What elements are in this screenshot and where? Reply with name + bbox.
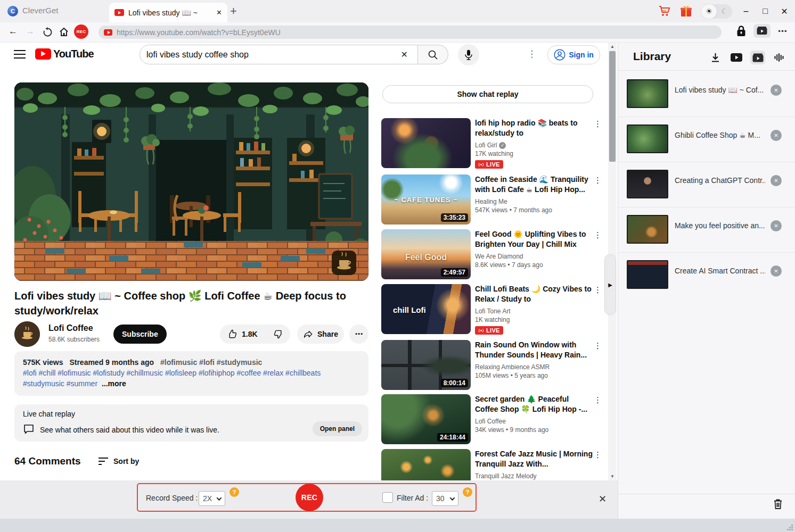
recordings-tab-button[interactable]: [750, 51, 765, 64]
inline-hashtags[interactable]: #lofimusic #lofi #studymusic: [160, 358, 262, 367]
sort-by-label: Sort by: [113, 457, 139, 466]
record-speed-select[interactable]: 2X: [199, 491, 225, 506]
library-item[interactable]: Creating a ChatGPT Contr... ✕: [618, 162, 795, 207]
theme-toggle[interactable]: ☀ ☾: [701, 4, 732, 19]
close-record-bar-button[interactable]: ✕: [599, 493, 607, 505]
library-thumbnail[interactable]: [627, 260, 668, 289]
open-panel-button[interactable]: Open panel: [313, 421, 362, 436]
rec-status-badge[interactable]: REC: [74, 24, 88, 39]
video-thumbnail[interactable]: 8:00:14: [381, 340, 471, 390]
dark-mode-icon[interactable]: ☾: [717, 4, 732, 19]
video-options-icon[interactable]: ⋮: [594, 119, 602, 129]
video-thumbnail[interactable]: ~ CAFE TUNES ~ 3:35:23: [381, 174, 471, 225]
trash-icon[interactable]: [773, 498, 783, 510]
show-chat-replay-button[interactable]: Show chat replay: [382, 85, 593, 103]
scroll-up-icon[interactable]: ▲: [608, 44, 617, 49]
browser-tab[interactable]: Lofi vibes study 📖 ~ ✕: [109, 3, 227, 22]
scrollbar-thumb[interactable]: [609, 51, 616, 162]
video-thumbnail[interactable]: chill Lofi: [381, 284, 471, 334]
search-input[interactable]: [146, 50, 398, 60]
back-button[interactable]: ←: [9, 26, 18, 37]
library-item[interactable]: Create AI Smart Contract ... ✕: [618, 253, 795, 298]
related-video-item[interactable]: Forest Cafe Jazz Forest Cafe Jazz Music …: [381, 449, 602, 480]
gift-icon[interactable]: [679, 5, 693, 18]
library-thumbnail[interactable]: [627, 215, 668, 244]
hashtag-links[interactable]: #lofi #chill #lofimusic #lofistudy #chil…: [23, 369, 321, 377]
library-item[interactable]: Ghibli Coffee Shop ☕ M... ✕: [618, 117, 795, 162]
new-tab-button[interactable]: +: [230, 5, 237, 18]
speed-help-icon[interactable]: ?: [230, 487, 239, 497]
video-options-icon[interactable]: ⋮: [594, 230, 602, 240]
remove-item-button[interactable]: ✕: [771, 130, 782, 141]
search-clear-icon[interactable]: ✕: [398, 49, 411, 60]
subscribe-button[interactable]: Subscribe: [113, 325, 167, 344]
search-button[interactable]: [418, 45, 448, 64]
like-button[interactable]: 1.8K: [220, 329, 264, 339]
tab-close-icon[interactable]: ✕: [216, 9, 222, 16]
scroll-down-icon[interactable]: ▼: [608, 474, 617, 479]
show-more-link[interactable]: ...more: [102, 379, 126, 388]
channel-avatar[interactable]: [14, 321, 40, 347]
youtube-downloads-tab-button[interactable]: [729, 51, 744, 64]
hashtag-links-2[interactable]: #studymusic #summer: [23, 379, 97, 388]
video-player[interactable]: [14, 82, 368, 281]
filter-ad-checkbox[interactable]: [382, 492, 393, 503]
library-item[interactable]: Lofi vibes study 📖 ~ Cof... ✕: [618, 72, 795, 117]
library-thumbnail[interactable]: [627, 170, 668, 198]
video-description[interactable]: 575K views Streamed 9 months ago #lofimu…: [14, 351, 368, 396]
resize-grip[interactable]: [787, 524, 793, 530]
minimize-button[interactable]: –: [741, 6, 751, 16]
video-options-icon[interactable]: ⋮: [594, 285, 602, 295]
channel-name[interactable]: Lofi Coffee: [48, 323, 93, 333]
video-thumbnail[interactable]: [381, 118, 471, 168]
library-item[interactable]: Make you feel positive an... ✕: [618, 207, 795, 253]
browser-menu-icon[interactable]: ⋯: [778, 26, 788, 37]
panel-expand-handle[interactable]: ▶: [604, 254, 616, 315]
video-thumbnail[interactable]: 24:18:44: [381, 394, 471, 444]
youtube-menu-icon[interactable]: ⋮: [527, 48, 536, 60]
audio-tab-button[interactable]: [772, 51, 786, 64]
remove-item-button[interactable]: ✕: [771, 175, 782, 186]
dislike-button[interactable]: [264, 329, 292, 339]
remove-item-button[interactable]: ✕: [771, 220, 782, 231]
library-item-title: Creating a ChatGPT Contr...: [675, 176, 765, 185]
reload-button[interactable]: [43, 27, 53, 37]
rec-button[interactable]: REC: [296, 484, 323, 511]
library-thumbnail[interactable]: [627, 124, 668, 153]
related-video-item[interactable]: 24:18:44 Secret garden 🌲 Peaceful Coffee…: [381, 394, 602, 444]
video-options-icon[interactable]: ⋮: [594, 176, 602, 185]
related-video-item[interactable]: 8:00:14 Rain Sound On Window with Thunde…: [381, 340, 602, 390]
video-options-icon[interactable]: ⋮: [594, 450, 602, 460]
hamburger-menu-icon[interactable]: [14, 50, 26, 59]
related-video-item[interactable]: chill Lofi Chill Lofi Beats 🌙 Cozy Vibes…: [381, 284, 602, 334]
light-mode-icon[interactable]: ☀: [701, 4, 717, 19]
sort-by-button[interactable]: Sort by: [99, 457, 139, 466]
voice-search-button[interactable]: [458, 44, 479, 65]
library-thumbnail[interactable]: [627, 79, 668, 108]
share-button[interactable]: Share: [297, 325, 344, 344]
close-window-button[interactable]: ✕: [779, 6, 790, 16]
youtube-logo[interactable]: YouTube: [35, 48, 94, 60]
maximize-button[interactable]: □: [760, 6, 771, 16]
recorder-panel-button[interactable]: [753, 24, 771, 38]
filter-ad-select[interactable]: 30: [432, 491, 458, 506]
video-options-icon[interactable]: ⋮: [594, 341, 602, 351]
sign-in-button[interactable]: Sign in: [547, 45, 600, 64]
related-video-item[interactable]: lofi hip hop radio 📚 beats to relax/stud…: [381, 118, 602, 168]
home-button[interactable]: [59, 27, 69, 37]
forward-button[interactable]: →: [26, 26, 35, 37]
video-thumbnail[interactable]: Feel Good 2:49:57: [381, 229, 471, 279]
more-actions-button[interactable]: ⋯: [349, 325, 368, 344]
remove-item-button[interactable]: ✕: [771, 265, 782, 277]
search-box[interactable]: ✕: [140, 45, 418, 64]
remove-item-button[interactable]: ✕: [771, 85, 782, 96]
related-video-item[interactable]: Feel Good 2:49:57 Feel Good 🌞 Uplifting …: [381, 229, 602, 279]
lock-icon[interactable]: [736, 25, 746, 37]
downloads-tab-button[interactable]: [708, 51, 723, 64]
filter-help-icon[interactable]: ?: [463, 487, 472, 497]
video-options-icon[interactable]: ⋮: [594, 395, 602, 405]
url-bar[interactable]: https://www.youtube.com/watch?v=bLEysyt0…: [99, 26, 722, 39]
related-video-item[interactable]: ~ CAFE TUNES ~ 3:35:23 Coffee in Seaside…: [381, 174, 602, 225]
video-thumbnail[interactable]: Forest Cafe Jazz: [381, 449, 471, 480]
cart-icon[interactable]: [658, 5, 671, 17]
